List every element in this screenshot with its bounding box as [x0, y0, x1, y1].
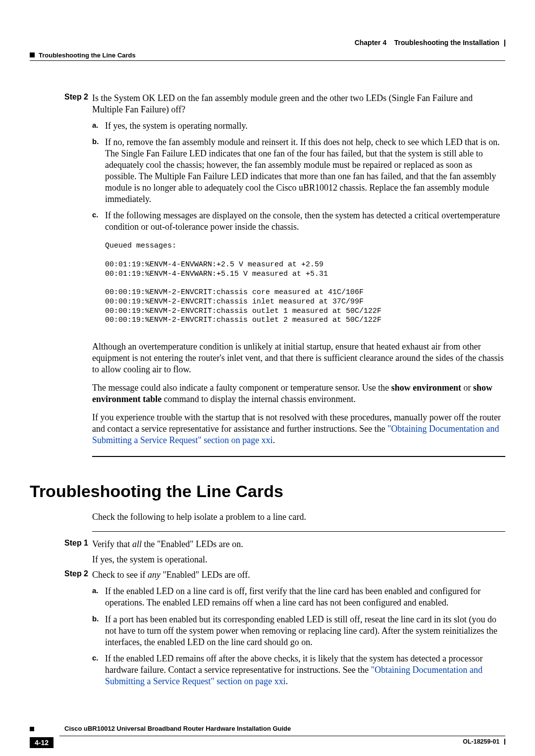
- sub-item-c: c. If the enabled LED remains off after …: [92, 653, 505, 687]
- em-any: any: [148, 570, 160, 580]
- text-a: If yes, the system is operating normally…: [105, 120, 505, 132]
- step-body: Check to see if any "Enabled" LEDs are o…: [92, 569, 505, 692]
- after-steps: Although an overtemperature condition is…: [92, 341, 505, 446]
- step1-p2: If yes, the system is operational.: [92, 554, 505, 565]
- text-c: If the following messages are displayed …: [105, 210, 505, 233]
- step-intro: Is the System OK LED on the fan assembly…: [92, 93, 473, 114]
- sub-item-a: a. If yes, the system is operating norma…: [92, 120, 505, 132]
- marker-a: a.: [92, 586, 105, 608]
- step-2: Step 2 Is the System OK LED on the fan a…: [64, 93, 505, 334]
- doc-id: OL-18259-01: [463, 738, 505, 745]
- step-label: Step 2: [64, 569, 92, 692]
- para-2: The message could also indicate a faulty…: [92, 382, 505, 405]
- header-right: Chapter 4 Troubleshooting the Installati…: [355, 39, 505, 47]
- para-1: Although an overtemperature condition is…: [92, 341, 505, 375]
- step-label: Step 1: [64, 539, 92, 565]
- square-icon: [30, 727, 34, 731]
- cmd-show-env: show environment: [391, 383, 461, 393]
- sub-item-b: b. If no, remove the fan assembly module…: [92, 137, 505, 205]
- marker-b: b.: [92, 614, 105, 648]
- header-tick-icon: [504, 40, 505, 47]
- content-area: Step 2 Is the System OK LED on the fan a…: [30, 93, 505, 692]
- step-body: Is the System OK LED on the fan assembly…: [92, 93, 505, 334]
- page-number: 4-12: [30, 737, 54, 748]
- marker-b: b.: [92, 137, 105, 205]
- s2-step-2: Step 2 Check to see if any "Enabled" LED…: [64, 569, 505, 692]
- marker-c: c.: [92, 653, 105, 687]
- footer: Cisco uBR10012 Universal Broadband Route…: [30, 725, 505, 750]
- heading-troubleshooting-line-cards: Troubleshooting the Line Cards: [30, 482, 505, 501]
- running-header: Chapter 4 Troubleshooting the Installati…: [30, 39, 505, 50]
- footer-rule: [59, 736, 505, 736]
- chapter-label: Chapter 4: [355, 39, 387, 47]
- em-all: all: [132, 539, 142, 549]
- sub-item-c: c. If the following messages are display…: [92, 210, 505, 233]
- console-output: Queued messages: 00:01:19:%ENVM-4-ENVWAR…: [105, 242, 505, 325]
- sub-list: a. If yes, the system is operating norma…: [92, 120, 505, 233]
- section-title: Troubleshooting the Line Cards: [39, 51, 136, 59]
- text-a: If the enabled LED on a line card is off…: [105, 586, 505, 608]
- page: Chapter 4 Troubleshooting the Installati…: [0, 0, 535, 756]
- text-c: If the enabled LED remains off after the…: [105, 653, 505, 687]
- marker-a: a.: [92, 120, 105, 132]
- procedure-start-rule: [92, 531, 505, 532]
- footer-line: Cisco uBR10012 Universal Broadband Route…: [30, 725, 505, 735]
- section-end-rule: [92, 456, 505, 457]
- step-body: Verify that all the "Enabled" LEDs are o…: [92, 539, 505, 565]
- sub-list: a. If the enabled LED on a line card is …: [92, 586, 505, 687]
- book-title: Cisco uBR10012 Universal Broadband Route…: [64, 725, 291, 732]
- sub-item-b: b. If a port has been enabled but its co…: [92, 614, 505, 648]
- sub-item-a: a. If the enabled LED on a line card is …: [92, 586, 505, 608]
- chapter-title: Troubleshooting the Installation: [394, 39, 499, 47]
- footer-tick-icon: [504, 739, 505, 745]
- square-icon: [30, 52, 35, 57]
- text-b: If a port has been enabled but its corre…: [105, 614, 505, 648]
- intro-para: Check the following to help isolate a pr…: [92, 512, 505, 522]
- s2-step-1: Step 1 Verify that all the "Enabled" LED…: [64, 539, 505, 565]
- footer-bottom: 4-12 OL-18259-01: [30, 737, 505, 750]
- text-b: If no, remove the fan assembly module an…: [105, 137, 505, 205]
- para-3: If you experience trouble with the start…: [92, 412, 505, 446]
- marker-c: c.: [92, 210, 105, 233]
- step-label: Step 2: [64, 93, 92, 334]
- running-subheader: Troubleshooting the Line Cards: [30, 51, 505, 61]
